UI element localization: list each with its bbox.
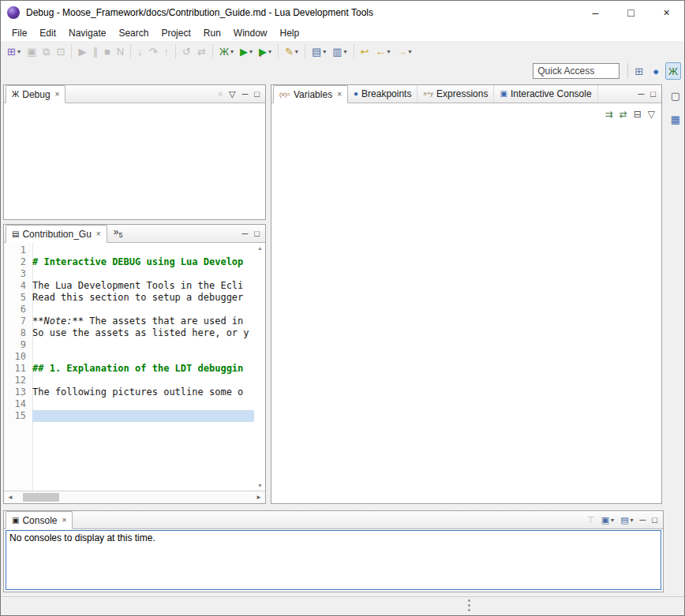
line-text[interactable]: So use the assets as listed here, or y bbox=[32, 327, 254, 339]
editor-tab-overflow[interactable]: » 5 bbox=[107, 225, 129, 242]
dropdown-arrow-icon[interactable]: ▾ bbox=[268, 48, 271, 55]
tab-contribution-guide[interactable]: ▤ Contribution_Gu × bbox=[6, 225, 107, 243]
open-perspective-icon[interactable]: ⊞ bbox=[631, 62, 646, 80]
scroll-up-icon[interactable]: ▲ bbox=[257, 245, 263, 251]
last-edit-location-icon[interactable]: ↩ bbox=[357, 43, 372, 60]
dropdown-arrow-icon[interactable]: ▾ bbox=[323, 48, 326, 55]
show-type-names-icon[interactable]: ⇉ bbox=[602, 106, 616, 123]
line-text[interactable] bbox=[32, 304, 254, 315]
dropdown-arrow-icon[interactable]: ▾ bbox=[408, 48, 411, 55]
mark-occurrences-icon[interactable]: ✎▾ bbox=[282, 43, 301, 60]
line-text[interactable] bbox=[32, 410, 254, 422]
minimize-icon[interactable]: ─ bbox=[239, 87, 252, 101]
close-tab-icon[interactable]: × bbox=[96, 230, 101, 238]
terminate-icon[interactable]: ■ bbox=[101, 43, 114, 60]
remove-all-terminated-icon[interactable]: × bbox=[215, 87, 226, 101]
tab-debug[interactable]: Ж Debug × bbox=[6, 85, 66, 103]
tab-breakpoints[interactable]: ●Breakpoints bbox=[348, 85, 417, 103]
restore-view-icon[interactable]: ▢ bbox=[668, 87, 683, 104]
dropdown-arrow-icon[interactable]: ▾ bbox=[387, 48, 390, 55]
line-text[interactable] bbox=[32, 339, 254, 351]
dropdown-arrow-icon[interactable]: ▾ bbox=[295, 48, 298, 55]
line-text[interactable] bbox=[32, 375, 254, 386]
forward-icon[interactable]: →▾ bbox=[393, 43, 414, 60]
open-view-list-icon[interactable]: ▦ bbox=[668, 110, 683, 128]
open-task-icon[interactable]: ▥▾ bbox=[329, 43, 350, 60]
editor-content[interactable]: 12# Interactive DEBUG using Lua Develop3… bbox=[4, 243, 265, 491]
step-into-icon[interactable]: ↓ bbox=[134, 43, 146, 60]
line-text[interactable] bbox=[32, 245, 254, 256]
maximize-window-button[interactable]: □ bbox=[613, 1, 649, 24]
quick-access-input[interactable]: Quick Access bbox=[533, 63, 619, 79]
menu-project[interactable]: Project bbox=[155, 26, 197, 40]
line-text[interactable]: # Interactive DEBUG using Lua Develop bbox=[32, 256, 254, 268]
sash-grip-handle[interactable] bbox=[468, 599, 470, 611]
disconnect-icon[interactable]: N bbox=[114, 43, 127, 60]
use-step-filters-icon[interactable]: ⇄ bbox=[194, 43, 209, 60]
menu-search[interactable]: Search bbox=[112, 26, 155, 40]
tab-interactive-console[interactable]: ▣Interactive Console bbox=[494, 85, 597, 103]
scroll-down-icon[interactable]: ▼ bbox=[257, 483, 263, 488]
minimize-icon[interactable]: ─ bbox=[239, 226, 252, 241]
scrollbar-thumb[interactable] bbox=[23, 493, 59, 502]
maximize-icon[interactable]: □ bbox=[251, 87, 263, 101]
pin-console-icon[interactable]: ⊤ bbox=[584, 513, 598, 527]
minimize-icon[interactable]: ─ bbox=[635, 87, 648, 101]
line-text[interactable]: ## 1. Explanation of the LDT debuggin bbox=[32, 363, 254, 375]
open-console-icon[interactable]: ▤▾ bbox=[617, 513, 636, 527]
tab-variables[interactable]: (x)=Variables× bbox=[273, 85, 348, 103]
horizontal-scrollbar[interactable]: ◄ ► bbox=[4, 491, 265, 503]
menu-edit[interactable]: Edit bbox=[33, 26, 62, 40]
close-tab-icon[interactable]: × bbox=[337, 90, 342, 99]
close-window-button[interactable]: × bbox=[649, 1, 684, 24]
scroll-right-icon[interactable]: ► bbox=[253, 494, 265, 501]
line-text[interactable]: Read this section to setup a debugger bbox=[32, 292, 254, 304]
drop-to-frame-icon[interactable]: ↺ bbox=[179, 43, 194, 60]
tab-console[interactable]: ▣ Console × bbox=[6, 511, 73, 529]
debug-perspective-icon[interactable]: Ж bbox=[665, 62, 681, 80]
menu-run[interactable]: Run bbox=[197, 26, 227, 40]
line-text[interactable] bbox=[32, 398, 254, 410]
print-icon[interactable]: ⊡ bbox=[54, 43, 69, 60]
menu-navigate[interactable]: Navigate bbox=[62, 26, 112, 40]
line-text[interactable] bbox=[32, 351, 254, 363]
run-icon[interactable]: ▶▾ bbox=[237, 43, 256, 60]
new-wizard-icon[interactable]: ⊞▾ bbox=[4, 43, 24, 60]
menu-window[interactable]: Window bbox=[227, 26, 274, 40]
save-all-icon[interactable]: ⧉ bbox=[39, 43, 53, 60]
save-icon[interactable]: ▣ bbox=[24, 43, 39, 60]
new-snippet-icon[interactable]: ▤▾ bbox=[309, 43, 329, 60]
dropdown-arrow-icon[interactable]: ▾ bbox=[249, 48, 253, 55]
close-tab-icon[interactable]: × bbox=[62, 516, 66, 525]
close-tab-icon[interactable]: × bbox=[55, 90, 60, 99]
back-icon[interactable]: ←▾ bbox=[372, 43, 393, 60]
line-text[interactable]: The Lua Development Tools in the Ecli bbox=[32, 280, 254, 292]
collapse-all-icon[interactable]: ⊟ bbox=[631, 106, 645, 123]
ldt-perspective-icon[interactable]: ● bbox=[649, 62, 662, 80]
dropdown-arrow-icon[interactable]: ▾ bbox=[631, 517, 634, 524]
show-logical-structures-icon[interactable]: ⇄ bbox=[616, 106, 631, 123]
debug-icon[interactable]: Ж▾ bbox=[216, 43, 237, 60]
view-menu-icon[interactable]: ▽ bbox=[226, 87, 238, 101]
scrollbar-track[interactable] bbox=[17, 491, 253, 503]
step-over-icon[interactable]: ↷ bbox=[146, 43, 161, 60]
scroll-left-icon[interactable]: ◄ bbox=[4, 494, 17, 501]
tab-expressions[interactable]: x+yExpressions bbox=[417, 85, 494, 103]
menu-help[interactable]: Help bbox=[274, 26, 306, 40]
dropdown-arrow-icon[interactable]: ▾ bbox=[230, 48, 234, 55]
suspend-icon[interactable]: ∥ bbox=[89, 43, 101, 60]
dropdown-arrow-icon[interactable]: ▾ bbox=[343, 48, 346, 55]
maximize-icon[interactable]: □ bbox=[647, 87, 659, 101]
line-text[interactable]: The following pictures outline some o bbox=[32, 386, 254, 398]
maximize-icon[interactable]: □ bbox=[251, 226, 263, 241]
line-text[interactable]: **Note:** The assets that are used in bbox=[32, 315, 254, 327]
menu-file[interactable]: File bbox=[6, 26, 33, 40]
dropdown-arrow-icon[interactable]: ▾ bbox=[17, 48, 21, 55]
dropdown-arrow-icon[interactable]: ▾ bbox=[611, 517, 614, 524]
line-text[interactable] bbox=[32, 268, 254, 280]
view-menu-icon[interactable]: ▽ bbox=[645, 106, 658, 123]
minimize-window-button[interactable]: – bbox=[578, 1, 613, 24]
external-tools-icon[interactable]: ▶▪▾ bbox=[256, 43, 275, 60]
resume-icon[interactable]: ▶ bbox=[75, 43, 89, 60]
maximize-icon[interactable]: □ bbox=[649, 513, 661, 527]
